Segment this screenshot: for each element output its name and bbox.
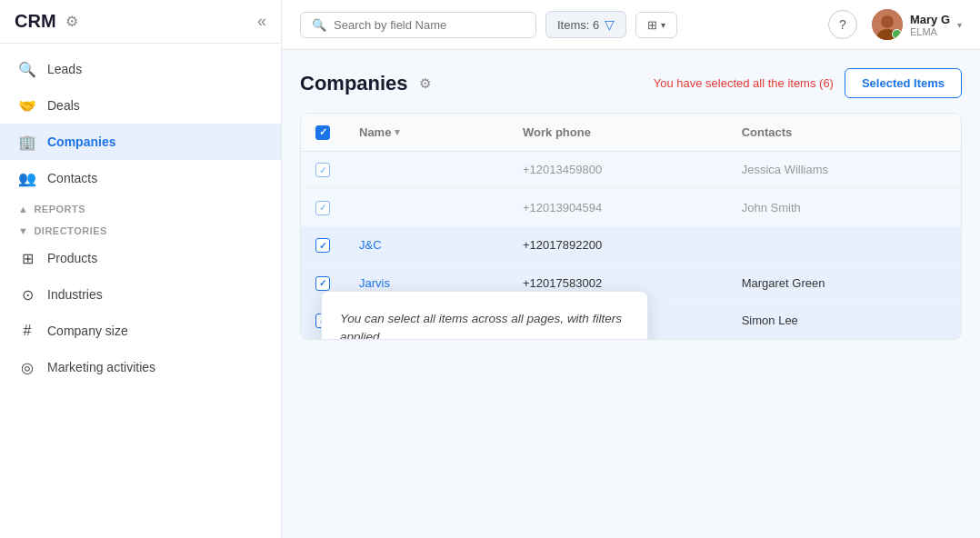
table-row: ✓ +12013904594 John Smith — [301, 189, 961, 227]
checkmark-icon: ✓ — [319, 126, 327, 138]
sidebar-item-contacts[interactable]: 👥 Contacts — [0, 160, 281, 196]
row-name-cell — [345, 151, 508, 189]
page-header: Companies ⚙ You have selected all the it… — [300, 68, 962, 98]
items-count-badge: Items: 6 ▽ — [545, 11, 626, 38]
marketing-icon: ◎ — [18, 358, 36, 376]
sidebar-item-industries[interactable]: ⊙ Industries — [0, 276, 281, 313]
select-all-checkbox[interactable]: ✓ — [315, 125, 330, 140]
sidebar-collapse-button[interactable]: « — [257, 12, 266, 31]
reports-arrow-icon: ▲ — [18, 204, 28, 214]
sidebar-gear-icon[interactable]: ⚙ — [65, 13, 78, 30]
sidebar-logo: CRM — [15, 11, 56, 32]
row-check-icon: ✓ — [319, 203, 326, 213]
leads-icon: 🔍 — [18, 60, 36, 78]
search-icon: 🔍 — [312, 18, 326, 32]
user-info: Mary G ELMA — [910, 13, 950, 37]
main-content: 🔍 Items: 6 ▽ ⊞ ▾ ? — [282, 0, 980, 538]
companies-icon: 🏢 — [18, 133, 36, 151]
sidebar-item-products[interactable]: ⊞ Products — [0, 240, 281, 276]
popup-text: You can select all items across all page… — [340, 310, 629, 340]
row-checkbox-cell: ✓ — [301, 151, 345, 189]
row-phone-cell: +12017892200 — [508, 226, 727, 264]
table-row: ✓ +12013459800 Jessica Williams — [301, 151, 961, 189]
th-phone: Work phone — [508, 114, 727, 151]
sidebar-item-deals-label: Deals — [47, 98, 80, 113]
page-settings-icon[interactable]: ⚙ — [419, 75, 431, 92]
avatar — [872, 9, 903, 40]
sidebar-item-leads[interactable]: 🔍 Leads — [0, 51, 281, 87]
avatar-image — [872, 9, 903, 40]
company-name-link[interactable]: J&C — [359, 238, 382, 252]
row-contacts-cell: Simon Lee — [727, 302, 961, 339]
company-name-link[interactable]: Jarvis — [359, 276, 390, 290]
sidebar-item-marketing[interactable]: ◎ Marketing activities — [0, 349, 281, 385]
industries-icon: ⊙ — [18, 285, 36, 304]
name-sort-button[interactable]: Name ▾ — [359, 125, 494, 139]
help-icon: ? — [839, 17, 846, 32]
row-check-icon: ✓ — [319, 278, 326, 288]
contacts-icon: 👥 — [18, 169, 36, 187]
name-column-label: Name — [359, 125, 391, 139]
sidebar-item-companies-label: Companies — [47, 134, 115, 149]
sidebar-item-deals[interactable]: 🤝 Deals — [0, 87, 281, 124]
topbar-right: ? Mary G ELMA ▾ — [828, 9, 962, 40]
company-size-icon: # — [18, 322, 36, 340]
sidebar-item-companies[interactable]: 🏢 Companies — [0, 124, 281, 160]
sidebar: CRM ⚙ « 🔍 Leads 🤝 Deals 🏢 Companies 👥 Co… — [0, 0, 282, 538]
sidebar-item-leads-label: Leads — [47, 62, 82, 76]
row-name-cell — [345, 189, 508, 227]
row-checkbox[interactable]: ✓ — [315, 276, 330, 291]
th-name: Name ▾ — [345, 114, 508, 151]
sidebar-item-company-size-label: Company size — [47, 324, 128, 338]
user-name: Mary G — [910, 13, 950, 26]
help-button[interactable]: ? — [828, 10, 857, 39]
row-checkbox-cell: ✓ — [301, 226, 345, 264]
selection-alert: You have selected all the items (6) — [654, 76, 834, 90]
page-body: Companies ⚙ You have selected all the it… — [282, 50, 980, 538]
companies-table: ✓ Name ▾ Work phone Contacts — [300, 113, 962, 340]
row-contacts-cell — [727, 226, 961, 264]
row-checkbox[interactable]: ✓ — [315, 238, 330, 253]
row-contacts-cell: Margaret Green — [727, 264, 961, 303]
grid-view-icon: ⊞ — [647, 18, 657, 32]
sidebar-item-industries-label: Industries — [47, 287, 103, 302]
filter-icon[interactable]: ▽ — [605, 17, 615, 32]
items-count-label: Items: 6 — [557, 18, 599, 32]
table-header-row: ✓ Name ▾ Work phone Contacts — [301, 114, 961, 151]
row-contacts-cell: Jessica Williams — [727, 151, 961, 189]
th-checkbox: ✓ — [301, 114, 345, 151]
products-icon: ⊞ — [18, 249, 36, 267]
page-title: Companies — [300, 72, 408, 95]
search-area: 🔍 Items: 6 ▽ ⊞ ▾ — [300, 11, 677, 38]
directories-section-header[interactable]: ▼ DIRECTORIES — [0, 218, 281, 240]
row-checkbox[interactable]: ✓ — [315, 201, 330, 215]
sidebar-item-marketing-label: Marketing activities — [47, 360, 155, 374]
row-check-icon: ✓ — [319, 165, 326, 175]
user-org: ELMA — [910, 26, 950, 37]
row-name-cell: J&C — [345, 226, 508, 264]
search-box[interactable]: 🔍 — [300, 12, 536, 38]
row-phone-cell: +12013904594 — [508, 189, 727, 227]
sidebar-header: CRM ⚙ « — [0, 0, 281, 44]
reports-section-header[interactable]: ▲ REPORTS — [0, 196, 281, 218]
user-chevron-icon: ▾ — [957, 20, 962, 30]
row-checkbox[interactable]: ✓ — [315, 163, 330, 177]
search-input[interactable] — [334, 18, 525, 32]
user-area[interactable]: Mary G ELMA ▾ — [872, 9, 962, 40]
sort-arrow-icon: ▾ — [395, 126, 400, 138]
th-contacts: Contacts — [727, 114, 961, 151]
view-toggle-button[interactable]: ⊞ ▾ — [635, 12, 677, 38]
deals-icon: 🤝 — [18, 96, 36, 115]
selected-items-button[interactable]: Selected Items — [845, 68, 962, 98]
select-all-popup: You can select all items across all page… — [321, 291, 648, 340]
row-check-icon: ✓ — [319, 241, 326, 251]
row-phone-cell: +12013459800 — [508, 151, 727, 189]
table-row: ✓ J&C +12017892200 — [301, 226, 961, 264]
svg-point-1 — [881, 15, 894, 28]
sidebar-item-company-size[interactable]: # Company size — [0, 313, 281, 349]
sidebar-item-contacts-label: Contacts — [47, 171, 97, 185]
row-contacts-cell: John Smith — [727, 189, 961, 227]
directories-arrow-icon: ▼ — [18, 225, 28, 236]
topbar: 🔍 Items: 6 ▽ ⊞ ▾ ? — [282, 0, 980, 50]
sidebar-nav: 🔍 Leads 🤝 Deals 🏢 Companies 👥 Contacts ▲… — [0, 44, 281, 538]
